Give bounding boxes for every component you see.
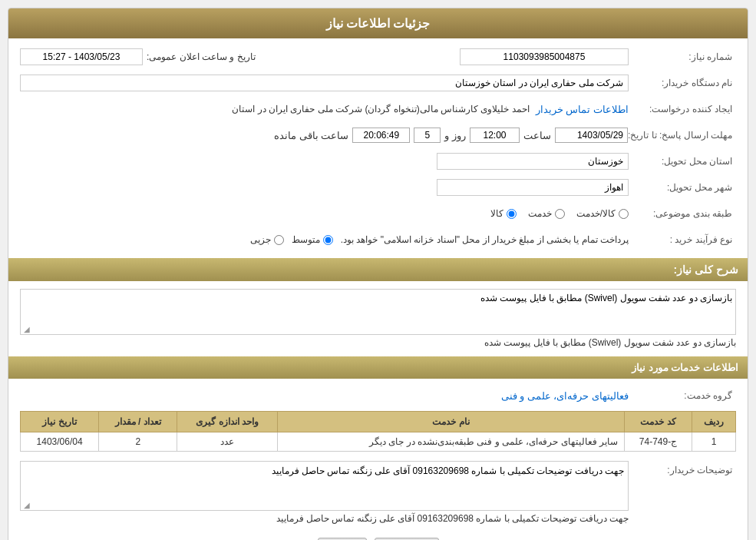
deadline-value-wrapper: ساعت روز و ساعت باقی مانده bbox=[20, 128, 628, 143]
services-table: ردیف کد خدمت نام خدمت واحد اندازه گیری ت… bbox=[20, 411, 736, 452]
resize-handle: ◢ bbox=[22, 325, 30, 333]
buyer-name-value-wrapper bbox=[20, 75, 629, 91]
cell-code: ج-749-74 bbox=[625, 432, 692, 452]
col-name: نام خدمت bbox=[278, 412, 625, 432]
need-number-label: شماره نیاز: bbox=[629, 51, 736, 62]
page-title: جزئیات اطلاعات نیاز bbox=[326, 17, 431, 30]
need-number-row: شماره نیاز: تاریخ و ساعت اعلان عمومی: bbox=[20, 46, 736, 68]
deadline-time-label: ساعت bbox=[523, 130, 551, 141]
col-code: کد خدمت bbox=[625, 412, 692, 432]
purchase-type-medium[interactable]: متوسط bbox=[292, 234, 333, 245]
service-group-label: گروه خدمت: bbox=[629, 390, 736, 401]
category-option-khadmat[interactable]: خدمت bbox=[528, 208, 565, 219]
creator-value-wrapper: اطلاعات تماس خریدار احمد خلیلاوی کارشناس… bbox=[20, 104, 629, 115]
page-wrapper: جزئیات اطلاعات نیاز شماره نیاز: تاریخ و … bbox=[0, 0, 756, 540]
category-value-wrapper: کالا/خدمت خدمت کالا bbox=[20, 208, 629, 219]
category-row: طبقه بندی موضوعی: کالا/خدمت خدمت کالا bbox=[20, 203, 736, 224]
category-option-kala-khadmat[interactable]: کالا/خدمت bbox=[576, 208, 629, 219]
city-value-wrapper bbox=[20, 179, 629, 196]
service-group-value[interactable]: فعالیتهای حرفه‌ای، علمی و فنی bbox=[501, 390, 629, 402]
buyer-name-input[interactable] bbox=[20, 75, 629, 91]
purchase-type-options: پرداخت تمام یا بخشی از مبلغ خریدار از مح… bbox=[20, 234, 629, 245]
city-label: شهر محل تحویل: bbox=[629, 182, 736, 193]
category-label: طبقه بندی موضوعی: bbox=[629, 208, 736, 219]
deadline-days-input[interactable] bbox=[414, 128, 441, 143]
buyer-notes-row: توضیحات خریدار: ◢ جهت دریافت توضیحات تکم… bbox=[20, 461, 736, 526]
deadline-remaining-input[interactable] bbox=[352, 128, 410, 143]
buyer-name-label: نام دستگاه خریدار: bbox=[629, 78, 736, 88]
cell-row: 1 bbox=[692, 432, 736, 452]
province-label: استان محل تحویل: bbox=[629, 156, 736, 167]
table-row: 1 ج-749-74 سایر فعالیتهای حرفه‌ای، علمی … bbox=[21, 432, 736, 452]
cell-date: 1403/06/04 bbox=[21, 432, 99, 452]
col-date: تاریخ نیاز bbox=[21, 412, 99, 432]
category-option-kala[interactable]: کالا bbox=[490, 208, 517, 219]
province-row: استان محل تحویل: bbox=[20, 151, 736, 172]
col-qty: تعداد / مقدار bbox=[99, 412, 177, 432]
buyer-name-row: نام دستگاه خریدار: bbox=[20, 72, 736, 94]
purchase-type-partial[interactable]: جزیی bbox=[250, 234, 284, 245]
creator-row: ایجاد کننده درخواست: اطلاعات تماس خریدار… bbox=[20, 98, 736, 120]
announce-datetime-label: تاریخ و ساعت اعلان عمومی: bbox=[147, 51, 256, 62]
buyer-notes-value-wrapper: ◢ جهت دریافت توضیحات تکمیلی با شماره 091… bbox=[20, 461, 629, 526]
buyer-notes-text: جهت دریافت توضیحات تکمیلی با شماره 09163… bbox=[20, 511, 629, 526]
card-body: شماره نیاز: تاریخ و ساعت اعلان عمومی: نا… bbox=[8, 38, 748, 540]
description-section-header: شرح کلی نیاز: bbox=[8, 258, 748, 281]
deadline-days-label: روز و bbox=[444, 130, 466, 141]
service-group-row: گروه خدمت: فعالیتهای حرفه‌ای، علمی و فنی bbox=[20, 385, 736, 406]
description-textarea[interactable] bbox=[21, 290, 735, 332]
cell-unit: عدد bbox=[177, 432, 278, 452]
deadline-row: مهلت ارسال پاسخ: تا تاریخ: ساعت روز و سا… bbox=[20, 124, 736, 146]
purchase-type-value-wrapper: پرداخت تمام یا بخشی از مبلغ خریدار از مح… bbox=[20, 234, 629, 245]
deadline-label: مهلت ارسال پاسخ: تا تاریخ: bbox=[628, 130, 736, 141]
buyer-notes-label: توضیحات خریدار: bbox=[629, 465, 736, 475]
col-unit: واحد اندازه گیری bbox=[177, 412, 278, 432]
purchase-type-label: نوع فرآیند خرید : bbox=[629, 234, 736, 245]
creator-link[interactable]: اطلاعات تماس خریدار bbox=[536, 104, 629, 115]
cell-qty: 2 bbox=[99, 432, 177, 452]
province-value-wrapper bbox=[20, 153, 629, 170]
city-row: شهر محل تحویل: bbox=[20, 177, 736, 198]
cell-name: سایر فعالیتهای حرفه‌ای، علمی و فنی طبقه‌… bbox=[278, 432, 625, 452]
need-number-value-wrapper bbox=[271, 48, 629, 65]
deadline-date-input[interactable] bbox=[555, 128, 628, 143]
announce-datetime-input[interactable] bbox=[20, 48, 143, 65]
services-section-label: اطلاعات خدمات مورد نیاز bbox=[632, 362, 738, 373]
description-text: بازسازی دو عدد شفت سویول (Swivel) مطابق … bbox=[20, 335, 736, 350]
creator-label: ایجاد کننده درخواست: bbox=[629, 104, 736, 114]
buyer-notes-resize-handle: ◢ bbox=[22, 501, 30, 509]
description-value-wrapper: ◢ بازسازی دو عدد شفت سویول (Swivel) مطاب… bbox=[20, 289, 736, 350]
description-row: ◢ بازسازی دو عدد شفت سویول (Swivel) مطاب… bbox=[20, 289, 736, 350]
col-row: ردیف bbox=[692, 412, 736, 432]
buyer-notes-textarea[interactable] bbox=[21, 462, 628, 508]
deadline-time-input[interactable] bbox=[470, 128, 520, 143]
services-section-header: اطلاعات خدمات مورد نیاز bbox=[8, 356, 748, 379]
deadline-remaining-label: ساعت باقی مانده bbox=[274, 130, 348, 141]
card-header: جزئیات اطلاعات نیاز bbox=[8, 8, 748, 38]
purchase-type-row: نوع فرآیند خرید : پرداخت تمام یا بخشی از… bbox=[20, 229, 736, 250]
purchase-type-note: پرداخت تمام یا بخشی از مبلغ خریدار از مح… bbox=[341, 234, 629, 245]
province-input[interactable] bbox=[437, 153, 629, 170]
buyer-notes-textarea-wrapper: ◢ bbox=[20, 461, 629, 511]
service-group-value-wrapper: فعالیتهای حرفه‌ای، علمی و فنی bbox=[20, 390, 629, 402]
description-textarea-wrapper: ◢ bbox=[20, 289, 736, 335]
city-input[interactable] bbox=[437, 179, 629, 196]
main-card: جزئیات اطلاعات نیاز شماره نیاز: تاریخ و … bbox=[8, 8, 748, 540]
need-number-input[interactable] bbox=[460, 48, 629, 65]
creator-value: احمد خلیلاوی کارشناس مالی(تنخواه گردان) … bbox=[232, 104, 529, 114]
description-section-label: شرح کلی نیاز: bbox=[674, 263, 738, 276]
